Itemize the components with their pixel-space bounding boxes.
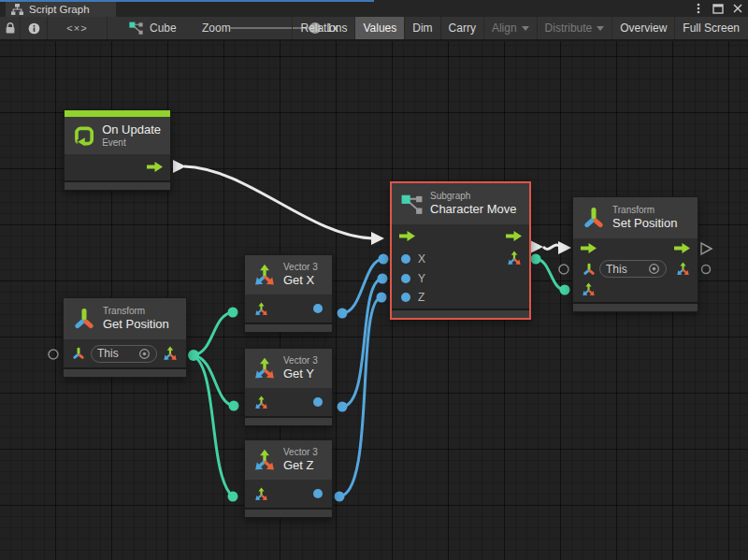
node-category: Transform bbox=[612, 205, 677, 216]
node-footer bbox=[573, 302, 698, 311]
node-header: Vector 3 Get Y bbox=[245, 349, 332, 388]
maximize-icon[interactable] bbox=[712, 2, 725, 15]
chevron-down-icon bbox=[522, 26, 529, 31]
lock-button[interactable] bbox=[0, 17, 21, 39]
vector3-icon bbox=[253, 357, 276, 380]
node-category: Vector 3 bbox=[283, 262, 318, 273]
input-label-y: Y bbox=[418, 272, 425, 285]
vector3-in-icon[interactable] bbox=[254, 487, 268, 501]
node-header: On Update Event bbox=[65, 117, 170, 154]
node-footer bbox=[392, 309, 529, 318]
node-header: Subgraph Character Move bbox=[392, 183, 529, 224]
node-category: Transform bbox=[103, 306, 169, 317]
node-body bbox=[245, 388, 332, 416]
flow-in-arrow-icon[interactable] bbox=[581, 243, 597, 253]
loop-event-icon bbox=[74, 123, 94, 149]
float-out-port[interactable] bbox=[313, 489, 323, 498]
node-header: Vector 3 Get Z bbox=[245, 440, 332, 480]
node-footer bbox=[245, 508, 332, 517]
this-field-value: This bbox=[97, 347, 119, 360]
node-title: Set Position bbox=[612, 216, 677, 231]
transform-port-icon[interactable] bbox=[583, 263, 596, 276]
node-category: Vector 3 bbox=[283, 355, 318, 366]
code-icon: <×> bbox=[66, 22, 87, 34]
graph-breadcrumb[interactable]: Cube bbox=[129, 17, 177, 39]
toolbar-buttons: Relations Values Dim Carry Align Distrib… bbox=[292, 17, 747, 39]
node-body bbox=[245, 294, 332, 323]
subgraph-icon bbox=[401, 194, 423, 214]
dim-button[interactable]: Dim bbox=[405, 17, 440, 39]
this-field-value: This bbox=[606, 263, 627, 276]
tab-script-graph[interactable]: Script Graph bbox=[6, 2, 116, 17]
input-port-y[interactable] bbox=[401, 274, 410, 283]
close-icon[interactable] bbox=[731, 2, 744, 15]
window-controls bbox=[692, 2, 744, 15]
node-title: Get Y bbox=[283, 366, 318, 381]
node-on-update[interactable]: On Update Event bbox=[64, 109, 171, 191]
node-set-position[interactable]: Transform Set Position This bbox=[572, 196, 698, 312]
object-picker-icon[interactable] bbox=[648, 263, 660, 275]
menu-kebab-icon[interactable] bbox=[692, 2, 705, 15]
chevron-down-icon bbox=[597, 26, 604, 31]
vector3-icon bbox=[253, 449, 276, 471]
node-get-y[interactable]: Vector 3 Get Y bbox=[244, 348, 333, 426]
node-body bbox=[245, 480, 332, 508]
node-body: This bbox=[573, 238, 698, 302]
node-title: On Update bbox=[102, 122, 161, 137]
input-port-z[interactable] bbox=[401, 293, 410, 302]
transform-port-icon[interactable] bbox=[72, 347, 85, 360]
node-title: Get Position bbox=[103, 317, 169, 332]
lock-icon bbox=[5, 22, 16, 35]
flow-out-arrow-icon[interactable] bbox=[147, 162, 163, 172]
node-title: Get X bbox=[283, 273, 318, 288]
node-footer bbox=[65, 180, 170, 190]
vector3-out-icon[interactable] bbox=[163, 346, 178, 361]
this-object-field[interactable]: This bbox=[91, 345, 157, 363]
carry-button[interactable]: Carry bbox=[441, 17, 484, 39]
tab-label: Script Graph bbox=[29, 4, 90, 15]
vector3-in-icon[interactable] bbox=[582, 282, 596, 296]
this-object-field[interactable]: This bbox=[599, 260, 667, 278]
node-header: Vector 3 Get X bbox=[245, 255, 332, 294]
node-get-z[interactable]: Vector 3 Get Z bbox=[244, 439, 333, 518]
node-footer bbox=[245, 416, 332, 425]
info-button[interactable] bbox=[21, 17, 48, 39]
overview-button[interactable]: Overview bbox=[612, 17, 675, 39]
fullscreen-button[interactable]: Full Screen bbox=[675, 17, 747, 39]
input-label-x: X bbox=[418, 252, 425, 266]
flow-in-arrow-icon[interactable] bbox=[399, 231, 415, 241]
event-accent-bar bbox=[65, 110, 170, 117]
vector3-in-icon[interactable] bbox=[254, 302, 268, 316]
vector3-out-icon[interactable] bbox=[676, 262, 690, 276]
node-header: Transform Get Position bbox=[64, 298, 186, 339]
node-title: Get Z bbox=[283, 458, 318, 473]
float-out-port[interactable] bbox=[313, 304, 323, 313]
vector3-in-icon[interactable] bbox=[254, 395, 268, 409]
node-subtitle: Event bbox=[102, 137, 161, 149]
relations-button[interactable]: Relations bbox=[293, 17, 355, 39]
flow-out-arrow-icon[interactable] bbox=[674, 243, 690, 253]
graph-hierarchy-icon bbox=[11, 4, 23, 15]
node-category: Subgraph bbox=[430, 191, 516, 202]
float-out-port[interactable] bbox=[313, 397, 323, 407]
values-button[interactable]: Values bbox=[355, 17, 405, 39]
node-get-position[interactable]: Transform Get Position This bbox=[63, 297, 187, 378]
node-footer bbox=[245, 323, 332, 332]
info-icon bbox=[28, 22, 40, 35]
code-view-button[interactable]: <×> bbox=[48, 17, 108, 39]
node-get-x[interactable]: Vector 3 Get X bbox=[244, 254, 333, 333]
node-body bbox=[65, 154, 170, 180]
node-category: Vector 3 bbox=[283, 447, 318, 458]
distribute-dropdown[interactable]: Distribute bbox=[538, 17, 613, 39]
vector3-out-icon[interactable] bbox=[507, 251, 522, 266]
transform-icon bbox=[583, 207, 605, 229]
flow-out-arrow-icon[interactable] bbox=[506, 231, 522, 241]
node-footer bbox=[64, 367, 186, 377]
object-picker-icon[interactable] bbox=[138, 348, 151, 360]
graph-name: Cube bbox=[150, 22, 177, 35]
node-body: This bbox=[64, 339, 186, 367]
node-character-move[interactable]: Subgraph Character Move X Y Z bbox=[390, 181, 531, 320]
node-title: Character Move bbox=[430, 202, 516, 217]
align-dropdown[interactable]: Align bbox=[484, 17, 538, 39]
input-port-x[interactable] bbox=[401, 254, 410, 264]
